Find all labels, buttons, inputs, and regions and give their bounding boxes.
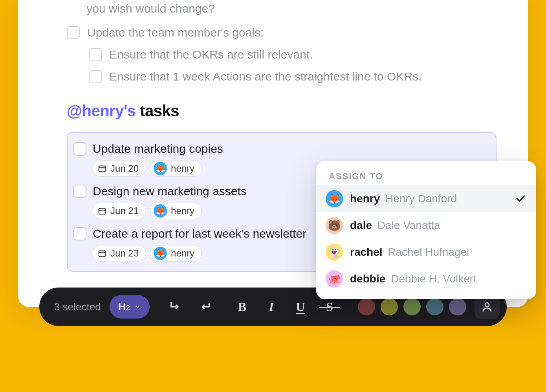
assign-fullname: Henry Danford — [385, 192, 457, 205]
assign-username: rachel — [350, 246, 383, 258]
assign-option[interactable]: 👻 rachel Rachel Hufnagel — [316, 239, 536, 266]
calendar-icon — [98, 249, 106, 258]
checkbox[interactable] — [89, 70, 102, 83]
heading-pill-sub: 2 — [126, 304, 130, 312]
avatar-ghost-icon: 👻 — [326, 244, 343, 261]
checkbox[interactable] — [73, 142, 86, 156]
check-icon — [515, 193, 527, 205]
assignee-chip-label: henry — [171, 163, 194, 174]
assignee-chip[interactable]: 🦊 henry — [150, 245, 202, 262]
checkbox[interactable] — [73, 185, 86, 198]
checklist-text: Ensure that 1 week Actions are the strai… — [109, 68, 421, 85]
indent-icon — [169, 300, 182, 313]
chevron-down-icon — [134, 303, 141, 310]
avatar-bear-icon: 🐻 — [326, 217, 343, 234]
date-chip-label: Jun 23 — [110, 248, 139, 259]
color-swatch[interactable] — [358, 298, 375, 315]
calendar-icon — [98, 164, 106, 173]
checklist-item[interactable]: Update the team member's goals: — [67, 24, 497, 41]
svg-rect-4 — [99, 251, 106, 257]
date-chip-label: Jun 21 — [110, 205, 139, 216]
color-swatch[interactable] — [449, 298, 466, 315]
date-chip[interactable]: Jun 21 — [93, 203, 146, 219]
return-button[interactable] — [193, 295, 216, 319]
assign-to-popover: ASSIGN TO 🦊 henry Henry Danford 🐻 dale D… — [316, 161, 536, 299]
popover-title: ASSIGN TO — [316, 171, 536, 185]
checkbox[interactable] — [73, 227, 86, 240]
assignee-chip[interactable]: 🦊 henry — [150, 160, 202, 177]
bold-button[interactable]: B — [231, 295, 254, 319]
person-icon — [481, 301, 493, 313]
color-swatches — [358, 298, 466, 315]
checklist-text: Ensure that the OKRs are still relevant. — [109, 46, 313, 63]
assignee-chip[interactable]: 🦊 henry — [150, 203, 202, 219]
assign-fullname: Debbie H. Volkert — [391, 273, 476, 285]
section-heading: @henry's tasks — [67, 102, 497, 123]
heading-text: tasks — [136, 102, 179, 119]
checklist-item[interactable]: Ensure that the OKRs are still relevant. — [89, 46, 497, 63]
user-mention[interactable]: @henry's — [67, 102, 136, 119]
return-icon — [198, 300, 211, 313]
avatar-fox-icon: 🦊 — [154, 162, 167, 175]
italic-button[interactable]: I — [260, 295, 283, 319]
assign-username: henry — [350, 192, 380, 205]
indent-button[interactable] — [164, 295, 187, 319]
assign-option[interactable]: 🦊 henry Henry Danford — [316, 185, 536, 212]
svg-rect-0 — [99, 166, 106, 172]
assign-fullname: Dale Vanatta — [377, 219, 440, 231]
underline-button[interactable]: U — [289, 295, 312, 319]
assign-username: debbie — [350, 273, 385, 285]
selection-count: 3 selected — [54, 301, 101, 313]
assign-option[interactable]: 🐙 debbie Debbie H. Volkert — [316, 266, 536, 292]
date-chip[interactable]: Jun 23 — [93, 245, 146, 262]
avatar-fox-icon: 🦊 — [154, 204, 167, 218]
svg-point-6 — [485, 303, 489, 307]
color-swatch[interactable] — [426, 298, 443, 315]
heading-level-dropdown[interactable]: H2 — [110, 295, 150, 319]
checkbox[interactable] — [67, 26, 80, 39]
assignee-chip-label: henry — [171, 248, 194, 259]
avatar-octopus-icon: 🐙 — [326, 270, 343, 288]
assign-option[interactable]: 🐻 dale Dale Vanatta — [316, 212, 536, 239]
calendar-icon — [98, 207, 106, 215]
assign-fullname: Rachel Hufnagel — [388, 246, 469, 258]
checkbox[interactable] — [89, 48, 102, 61]
task-title: Update marketing copies — [93, 141, 489, 156]
color-swatch[interactable] — [381, 298, 398, 315]
assign-username: dale — [350, 219, 372, 231]
heading-pill-letter: H — [118, 300, 126, 313]
date-chip[interactable]: Jun 20 — [93, 160, 146, 177]
color-swatch[interactable] — [403, 298, 421, 315]
avatar-fox-icon: 🦊 — [154, 247, 167, 260]
checklist-text: Update the team member's goals: — [87, 24, 264, 41]
checklist-item[interactable]: Ensure that 1 week Actions are the strai… — [89, 68, 497, 85]
svg-rect-2 — [99, 209, 106, 214]
previous-line-fragment: you wish would change? — [86, 0, 497, 17]
assignee-chip-label: henry — [171, 205, 194, 216]
avatar-fox-icon: 🦊 — [326, 190, 343, 207]
date-chip-label: Jun 20 — [110, 163, 139, 174]
